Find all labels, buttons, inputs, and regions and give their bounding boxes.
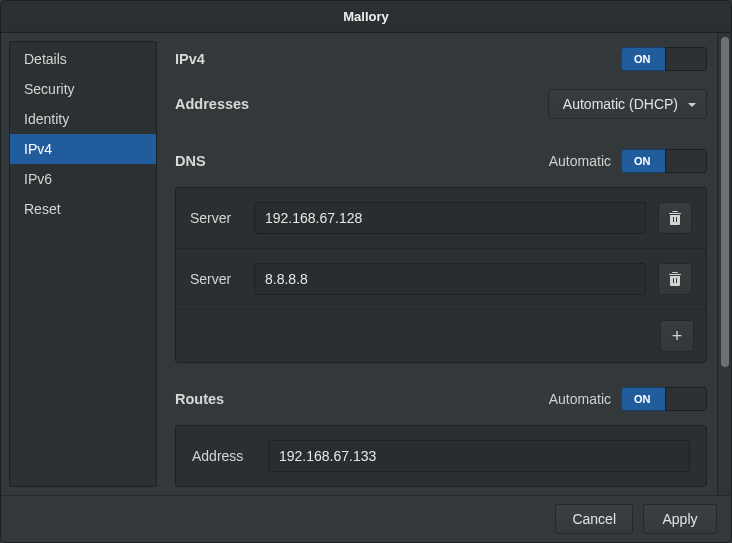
dns-servers-frame: Server Server — [175, 187, 707, 363]
toggle-off-side — [665, 149, 708, 173]
sidebar-item-security[interactable]: Security — [10, 74, 156, 104]
trash-icon — [668, 210, 682, 226]
routes-header-row: Routes Automatic ON — [175, 387, 707, 411]
toggle-on-label: ON — [621, 47, 665, 71]
sidebar-item-label: Security — [24, 81, 75, 97]
toggle-off-side — [665, 47, 708, 71]
sidebar-item-identity[interactable]: Identity — [10, 104, 156, 134]
dns-automatic-label: Automatic — [549, 153, 611, 169]
plus-icon: + — [672, 329, 683, 344]
addresses-row: Addresses Automatic (DHCP) — [175, 89, 707, 119]
dns-server-row: Server — [176, 249, 706, 310]
titlebar: Mallory — [1, 1, 731, 33]
dns-header-row: DNS Automatic ON — [175, 149, 707, 173]
sidebar-item-reset[interactable]: Reset — [10, 194, 156, 224]
sidebar-item-details[interactable]: Details — [10, 44, 156, 74]
body: Details Security Identity IPv4 IPv6 Rese… — [1, 33, 731, 495]
routes-automatic-toggle[interactable]: ON — [621, 387, 707, 411]
sidebar-item-label: IPv4 — [24, 141, 52, 157]
sidebar-item-label: Reset — [24, 201, 61, 217]
trash-icon — [668, 271, 682, 287]
dns-title: DNS — [175, 153, 206, 169]
apply-button-label: Apply — [662, 511, 697, 527]
route-address-row: Address — [176, 426, 706, 486]
server-label: Server — [190, 210, 242, 226]
dns-automatic-toggle[interactable]: ON — [621, 149, 707, 173]
scrollbar-track[interactable] — [717, 33, 731, 495]
dns-add-row: + — [176, 310, 706, 362]
addresses-label: Addresses — [175, 96, 249, 112]
routes-automatic-label: Automatic — [549, 391, 611, 407]
window-title: Mallory — [343, 9, 389, 24]
addresses-mode-value: Automatic (DHCP) — [563, 96, 678, 112]
cancel-button[interactable]: Cancel — [555, 504, 633, 534]
routes-frame: Address — [175, 425, 707, 487]
dns-server-input[interactable] — [254, 263, 646, 295]
main: IPv4 ON Addresses Automatic (DHCP) DNS — [157, 33, 731, 495]
sidebar: Details Security Identity IPv4 IPv6 Rese… — [9, 41, 157, 487]
add-dns-server-button[interactable]: + — [660, 320, 694, 352]
server-label: Server — [190, 271, 242, 287]
route-address-label: Address — [192, 448, 256, 464]
delete-dns-server-button[interactable] — [658, 263, 692, 295]
toggle-on-label: ON — [621, 387, 665, 411]
route-address-input[interactable] — [268, 440, 690, 472]
network-settings-window: Mallory Details Security Identity IPv4 I… — [0, 0, 732, 543]
ipv4-enable-row: IPv4 ON — [175, 47, 707, 71]
ipv4-pane: IPv4 ON Addresses Automatic (DHCP) DNS — [157, 33, 717, 495]
addresses-mode-dropdown[interactable]: Automatic (DHCP) — [548, 89, 707, 119]
delete-dns-server-button[interactable] — [658, 202, 692, 234]
sidebar-item-ipv4[interactable]: IPv4 — [10, 134, 156, 164]
toggle-on-label: ON — [621, 149, 665, 173]
ipv4-enable-toggle[interactable]: ON — [621, 47, 707, 71]
routes-automatic-group: Automatic ON — [549, 387, 707, 411]
routes-title: Routes — [175, 391, 224, 407]
dns-server-row: Server — [176, 188, 706, 249]
sidebar-item-label: Identity — [24, 111, 69, 127]
chevron-down-icon — [688, 103, 696, 107]
toggle-off-side — [665, 387, 708, 411]
dns-automatic-group: Automatic ON — [549, 149, 707, 173]
dns-server-input[interactable] — [254, 202, 646, 234]
sidebar-item-label: IPv6 — [24, 171, 52, 187]
scrollbar-thumb[interactable] — [721, 37, 729, 367]
sidebar-item-label: Details — [24, 51, 67, 67]
sidebar-item-ipv6[interactable]: IPv6 — [10, 164, 156, 194]
cancel-button-label: Cancel — [572, 511, 616, 527]
footer: Cancel Apply — [1, 495, 731, 542]
ipv4-title: IPv4 — [175, 51, 205, 67]
apply-button[interactable]: Apply — [643, 504, 717, 534]
